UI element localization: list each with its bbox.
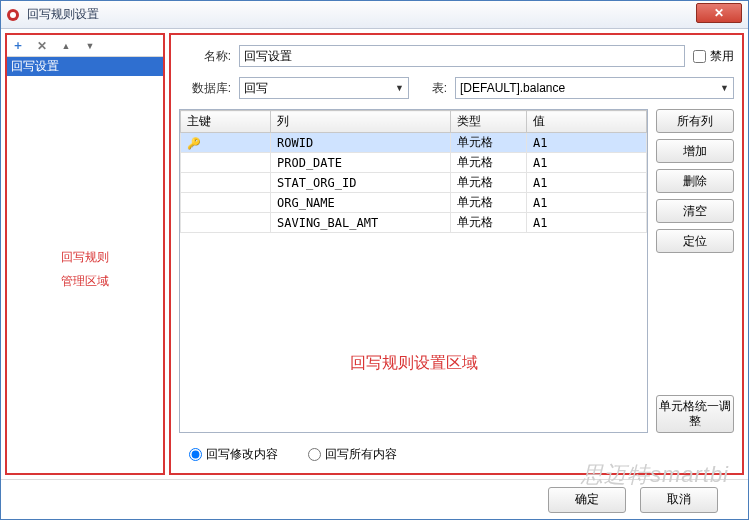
col-header-type[interactable]: 类型	[451, 111, 527, 133]
table-row[interactable]: PROD_DATE单元格A1	[181, 153, 647, 173]
tree-toolbar: ＋ ✕ ▲ ▼	[7, 35, 163, 57]
titlebar: 回写规则设置 ✕	[1, 1, 748, 29]
svg-point-1	[10, 12, 16, 18]
close-button[interactable]: ✕	[696, 3, 742, 23]
table-select[interactable]: [DEFAULT].balance ▼	[455, 77, 734, 99]
dialog-footer: 确定 取消	[1, 479, 748, 519]
ok-button[interactable]: 确定	[548, 487, 626, 513]
move-down-icon[interactable]: ▼	[83, 39, 97, 53]
add-button[interactable]: 增加	[656, 139, 734, 163]
close-icon: ✕	[714, 6, 724, 20]
chevron-down-icon: ▼	[720, 83, 729, 93]
radio-modify[interactable]: 回写修改内容	[189, 446, 278, 463]
locate-button[interactable]: 定位	[656, 229, 734, 253]
window-title: 回写规则设置	[27, 6, 99, 23]
col-header-col[interactable]: 列	[271, 111, 451, 133]
key-icon: 🔑	[187, 137, 201, 149]
write-mode-group: 回写修改内容 回写所有内容	[179, 443, 734, 465]
merge-cells-button[interactable]: 单元格统一调整	[656, 395, 734, 433]
tree-item-selected[interactable]: 回写设置	[7, 57, 163, 76]
disable-checkbox[interactable]: 禁用	[693, 48, 734, 65]
table-label: 表:	[417, 80, 447, 97]
clear-button[interactable]: 清空	[656, 199, 734, 223]
columns-grid[interactable]: 主键 列 类型 值 🔑ROWID单元格A1PROD_DATE单元格A1STAT_…	[179, 109, 648, 433]
col-header-val[interactable]: 值	[527, 111, 647, 133]
table-row[interactable]: 🔑ROWID单元格A1	[181, 133, 647, 153]
cancel-button[interactable]: 取消	[640, 487, 718, 513]
rules-tree[interactable]: 回写设置	[7, 57, 163, 473]
all-columns-button[interactable]: 所有列	[656, 109, 734, 133]
chevron-down-icon: ▼	[395, 83, 404, 93]
settings-area-label: 回写规则设置区域	[180, 353, 647, 374]
db-label: 数据库:	[179, 80, 231, 97]
delete-button[interactable]: 删除	[656, 169, 734, 193]
app-icon	[5, 7, 21, 23]
add-icon[interactable]: ＋	[11, 39, 25, 53]
table-row[interactable]: ORG_NAME单元格A1	[181, 193, 647, 213]
rules-tree-pane: ＋ ✕ ▲ ▼ 回写设置 回写规则 管理区域	[5, 33, 165, 475]
name-label: 名称:	[179, 48, 231, 65]
table-row[interactable]: SAVING_BAL_AMT单元格A1	[181, 213, 647, 233]
delete-icon[interactable]: ✕	[35, 39, 49, 53]
table-row[interactable]: STAT_ORG_ID单元格A1	[181, 173, 647, 193]
radio-all[interactable]: 回写所有内容	[308, 446, 397, 463]
rule-settings-pane: 名称: 禁用 数据库: 回写 ▼ 表: [DEFAULT].balance ▼	[169, 33, 744, 475]
move-up-icon[interactable]: ▲	[59, 39, 73, 53]
name-input[interactable]	[239, 45, 685, 67]
col-header-pk[interactable]: 主键	[181, 111, 271, 133]
db-select[interactable]: 回写 ▼	[239, 77, 409, 99]
